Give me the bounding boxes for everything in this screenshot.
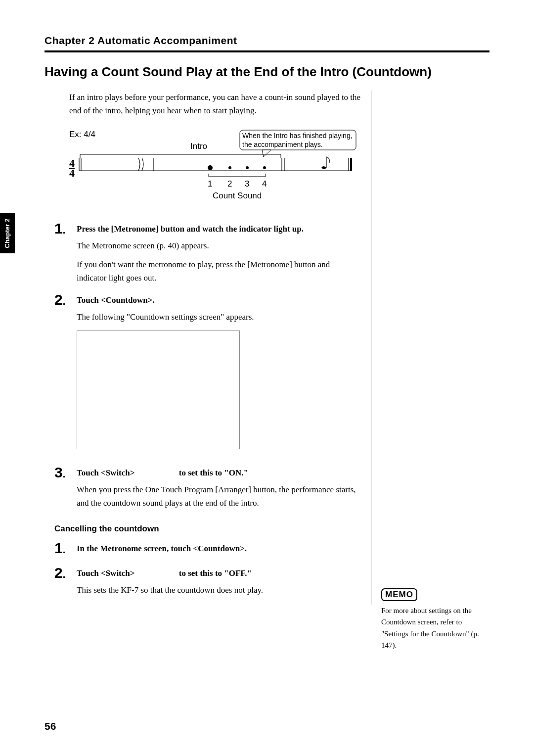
right-column: MEMO For more about settings on the Coun…	[371, 91, 490, 605]
step-1-text-2: If you don't want the metronome to play,…	[77, 258, 361, 284]
countdown-diagram: Ex: 4/4 Intro When the Intro has finishe…	[69, 127, 361, 206]
cancel-step-number-1: 1.	[54, 541, 77, 559]
step-2-title: Touch <Countdown>.	[77, 295, 361, 305]
memo-text: For more about settings on the Countdown…	[381, 605, 490, 651]
step-2-text-1: The following "Countdown settings screen…	[77, 310, 361, 324]
cancel-step-1-title: In the Metronome screen, touch <Countdow…	[77, 544, 361, 554]
step-number-2: 2.	[54, 292, 77, 462]
step-1-title: Press the [Metronome] button and watch t…	[77, 224, 361, 234]
divider-line	[44, 50, 490, 52]
memo-block: MEMO For more about settings on the Coun…	[381, 588, 490, 651]
svg-point-11	[208, 165, 213, 170]
svg-text:4: 4	[69, 167, 75, 179]
svg-text:1: 1	[208, 179, 212, 189]
step-3-text-1: When you press the One Touch Program [Ar…	[77, 483, 361, 510]
cancel-step-number-2: 2.	[54, 566, 77, 602]
step-3-title: Touch <Switch> to set this to "ON."	[77, 468, 361, 478]
chapter-side-tab-label: Chapter 2	[4, 218, 11, 248]
diagram-ex-label: Ex: 4/4	[69, 130, 95, 139]
chapter-side-tab: Chapter 2	[0, 213, 15, 253]
callout-line1: When the Intro has finished playing,	[242, 132, 353, 140]
countdown-screen-placeholder	[77, 331, 240, 449]
step-number-1: 1.	[54, 221, 77, 289]
svg-rect-19	[350, 158, 352, 171]
step-3: 3. Touch <Switch> to set this to "ON." W…	[54, 465, 361, 515]
count-sound-label: Count Sound	[213, 191, 262, 200]
cancel-heading: Cancelling the countdown	[54, 524, 361, 534]
callout-line2: the accompaniment plays.	[242, 141, 323, 148]
svg-point-12	[228, 166, 231, 169]
cancel-step-2-text: This sets the KF-7 so that the countdown…	[77, 583, 361, 597]
page-number: 56	[44, 720, 56, 732]
svg-text:4: 4	[262, 179, 267, 189]
step-2: 2. Touch <Countdown>. The following "Cou…	[54, 292, 361, 462]
memo-icon: MEMO	[381, 588, 417, 601]
diagram-intro-label: Intro	[190, 142, 207, 151]
svg-text:3: 3	[245, 179, 249, 189]
step-1-text-1: The Metronome screen (p. 40) appears.	[77, 239, 361, 252]
section-heading: Having a Count Sound Play at the End of …	[44, 63, 490, 81]
svg-point-13	[246, 166, 249, 169]
intro-paragraph: If an intro plays before your performanc…	[69, 91, 361, 117]
step-number-3: 3.	[54, 465, 77, 515]
svg-point-14	[263, 166, 266, 169]
cancel-step-2-title: Touch <Switch> to set this to "OFF."	[77, 568, 361, 578]
cancel-step-1: 1. In the Metronome screen, touch <Count…	[54, 541, 361, 559]
step-1: 1. Press the [Metronome] button and watc…	[54, 221, 361, 289]
chapter-header: Chapter 2 Automatic Accompaniment	[44, 35, 490, 47]
svg-text:2: 2	[227, 179, 232, 189]
cancel-step-2: 2. Touch <Switch> to set this to "OFF." …	[54, 566, 361, 602]
svg-marker-1	[262, 150, 271, 157]
